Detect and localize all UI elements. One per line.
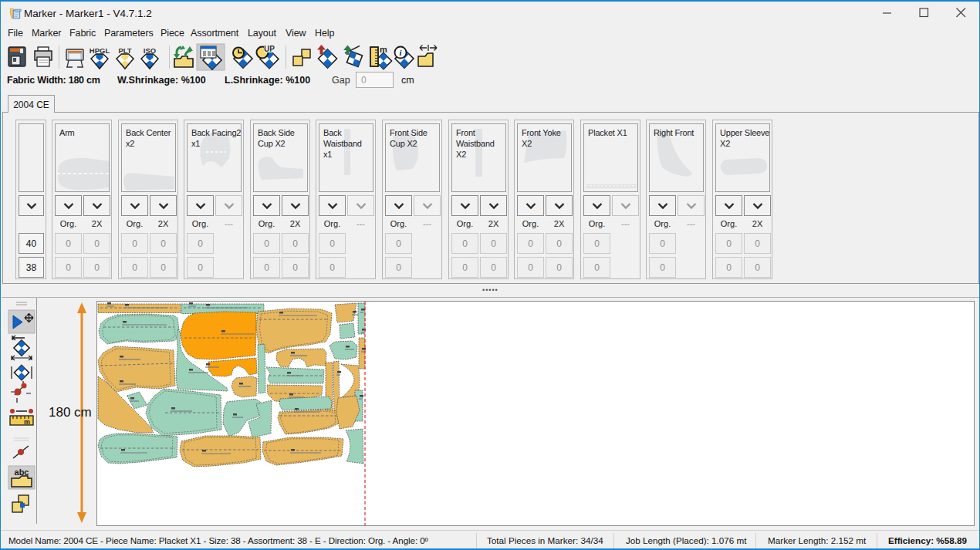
svg-text:UP: UP — [264, 45, 275, 53]
svg-text:abc: abc — [15, 467, 29, 477]
svg-text:m: m — [380, 45, 387, 54]
svg-text:m: m — [24, 418, 30, 426]
